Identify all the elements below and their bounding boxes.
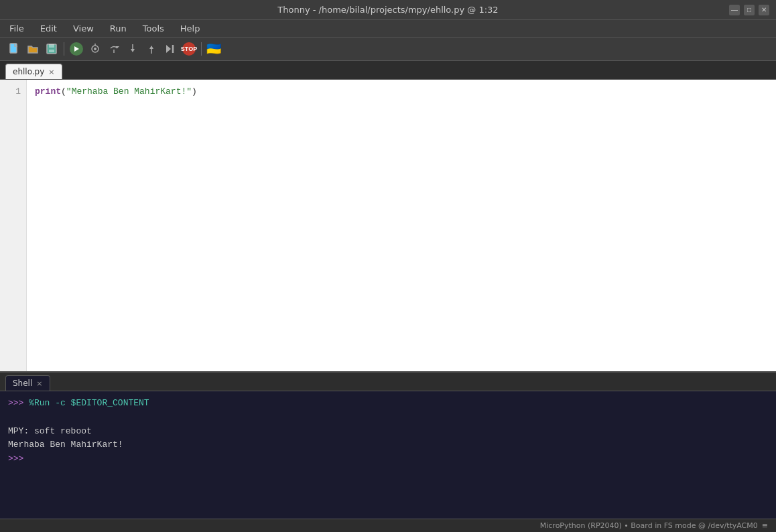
shell-tab-bar: Shell × [0,373,776,391]
svg-rect-2 [49,44,54,48]
svg-rect-3 [49,50,54,52]
line-numbers: 1 [0,80,27,371]
shell-prompt-2: >>> [8,454,23,464]
save-file-button[interactable] [43,40,60,58]
code-paren-close: ) [192,86,197,96]
new-file-button[interactable] [5,40,23,58]
svg-marker-4 [74,46,79,52]
menu-run[interactable]: Run [106,22,131,35]
menu-tools[interactable]: Tools [139,22,168,35]
shell-section: Shell × >>> %Run -c $EDITOR_CONTENT MPY:… [0,371,776,519]
shell-output-line-1: MPY: soft reboot [8,425,768,439]
shell-output[interactable]: >>> %Run -c $EDITOR_CONTENT MPY: soft re… [0,391,776,519]
toolbar-separator-1 [64,42,64,56]
line-number: 1 [5,85,21,98]
shell-prompt-1: >>> [8,398,23,408]
step-out-button[interactable] [143,40,160,58]
step-into-button[interactable] [124,40,141,58]
shell-command-line: >>> %Run -c $EDITOR_CONTENT [8,397,768,411]
editor-tab[interactable]: ehllo.py × [5,64,62,79]
title-bar: Thonny - /home/bilal/projects/mpy/ehllo.… [0,0,776,20]
shell-ready-line: >>> [8,452,768,466]
svg-marker-13 [149,46,153,49]
debug-button[interactable] [86,40,104,58]
editor-tab-bar: ehllo.py × [0,61,776,80]
ukraine-flag-button[interactable]: 🇺🇦 [205,40,222,58]
shell-tab-label: Shell [13,379,32,388]
menu-help[interactable]: Help [176,22,204,35]
shell-command-text: %Run -c $EDITOR_CONTENT [23,398,149,408]
toolbar: STOP 🇺🇦 [0,38,776,61]
code-string: "Merhaba Ben MahirKart!" [66,86,192,96]
open-file-button[interactable] [24,40,42,58]
svg-point-6 [94,48,96,50]
editor-tab-label: ehllo.py [13,67,44,76]
shell-output-line-2: Merhaba Ben MahirKart! [8,438,768,452]
shell-blank-line [8,411,768,425]
menu-file[interactable]: File [5,22,28,35]
status-text: MicroPython (RP2040) • Board in FS mode … [540,521,758,530]
code-paren-open: ( [61,86,66,96]
minimize-button[interactable]: — [729,5,740,15]
run-button[interactable] [68,40,85,58]
status-bar: MicroPython (RP2040) • Board in FS mode … [0,519,776,532]
status-icon: ≡ [762,521,768,530]
code-keyword-print: print [35,86,61,96]
svg-marker-11 [131,49,135,52]
editor-tab-close[interactable]: × [48,68,54,76]
editor-area[interactable]: 1 print("Merhaba Ben MahirKart!") [0,80,776,371]
step-over-button[interactable] [105,40,123,58]
editor-section: ehllo.py × 1 print("Merhaba Ben MahirKar… [0,61,776,371]
resume-button[interactable] [161,40,179,58]
shell-tab-close[interactable]: × [36,379,42,388]
toolbar-separator-2 [201,42,202,56]
code-editor[interactable]: print("Merhaba Ben MahirKart!") [27,80,776,371]
menu-bar: File Edit View Run Tools Help [0,20,776,38]
stop-button[interactable]: STOP [180,40,198,58]
maximize-button[interactable]: □ [744,5,755,15]
window-title: Thonny - /home/bilal/projects/mpy/ehllo.… [277,5,498,15]
close-button[interactable]: ✕ [759,5,769,15]
window-controls: — □ ✕ [729,5,769,15]
menu-view[interactable]: View [69,22,98,35]
shell-tab[interactable]: Shell × [5,375,50,391]
menu-edit[interactable]: Edit [36,22,61,35]
main-content: ehllo.py × 1 print("Merhaba Ben MahirKar… [0,61,776,519]
svg-rect-0 [10,44,17,53]
svg-marker-14 [166,45,171,53]
